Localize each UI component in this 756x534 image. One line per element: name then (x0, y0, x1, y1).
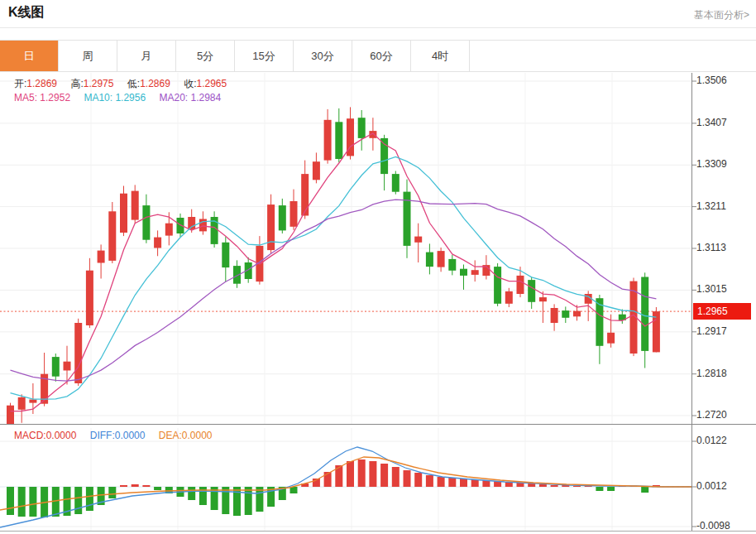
macd-bar[interactable] (369, 461, 376, 487)
ma10-label: MA10: (84, 92, 112, 103)
candle[interactable] (324, 109, 332, 164)
macd-bar[interactable] (471, 479, 479, 487)
candle[interactable] (448, 255, 456, 276)
macd-bar[interactable] (132, 484, 139, 487)
candle[interactable] (641, 272, 648, 368)
candle[interactable] (335, 108, 342, 162)
macd-bar[interactable] (29, 487, 36, 517)
macd-bar[interactable] (460, 479, 467, 487)
candle[interactable] (98, 244, 105, 278)
candle[interactable] (52, 354, 60, 382)
macd-bar[interactable] (142, 485, 150, 487)
macd-bar[interactable] (392, 467, 400, 487)
tab-interval-6[interactable]: 30分 (294, 41, 352, 71)
macd-bar[interactable] (426, 475, 433, 487)
macd-bar[interactable] (290, 487, 298, 493)
macd-bar[interactable] (233, 487, 241, 516)
tab-interval-1[interactable]: 日 (0, 41, 59, 71)
candle[interactable] (18, 394, 26, 423)
candle[interactable] (653, 307, 660, 352)
dea-label: DEA: (159, 430, 182, 441)
close-value: 1.2965 (197, 78, 227, 89)
ma5-value: 1.2952 (40, 92, 70, 103)
axis-tick-label: 1.3015 (696, 283, 727, 295)
candle[interactable] (619, 310, 626, 325)
tab-interval-7[interactable]: 60分 (352, 41, 411, 71)
macd-bar[interactable] (539, 484, 547, 487)
candle[interactable] (86, 258, 93, 328)
candle[interactable] (551, 304, 558, 330)
candle[interactable] (347, 107, 354, 159)
tab-interval-8[interactable]: 4时 (411, 41, 470, 71)
candle[interactable] (74, 319, 82, 386)
macd-bar[interactable] (448, 478, 456, 487)
candle[interactable] (380, 135, 388, 190)
macd-bar[interactable] (108, 487, 116, 498)
ma-legend: MA5: 1.2952 MA10: 1.2956 MA20: 1.2984 (14, 92, 221, 103)
candle[interactable] (494, 263, 501, 306)
candle[interactable] (120, 186, 127, 237)
candle[interactable] (392, 171, 400, 195)
macd-bar[interactable] (438, 477, 445, 487)
ma20-value: 1.2984 (191, 92, 222, 103)
low-value: 1.2869 (140, 78, 170, 89)
macd-bar[interactable] (245, 487, 252, 515)
macd-bar[interactable] (188, 487, 195, 500)
tab-interval-4[interactable]: 5分 (176, 41, 235, 71)
candle[interactable] (154, 230, 161, 256)
macd-bar[interactable] (154, 487, 161, 490)
candle[interactable] (222, 237, 229, 281)
macd-bar[interactable] (380, 464, 388, 487)
candle[interactable] (539, 291, 547, 323)
kline-app: K线图 基本面分析> 日周月5分15分30分60分4时 开:1.2869 高:1… (0, 0, 756, 534)
candle[interactable] (528, 277, 535, 310)
ma5-label: MA5: (14, 92, 37, 103)
tab-interval-5[interactable]: 15分 (235, 41, 294, 71)
macd-bar[interactable] (18, 487, 26, 517)
macd-bar[interactable] (120, 485, 127, 487)
candle[interactable] (279, 199, 286, 233)
macd-bar[interactable] (347, 461, 354, 487)
macd-label: MACD: (14, 430, 46, 441)
candle[interactable] (7, 403, 14, 430)
candle[interactable] (108, 202, 116, 263)
candle[interactable] (460, 265, 467, 290)
macd-value: 0.0000 (46, 430, 77, 441)
candle[interactable] (290, 190, 298, 230)
macd-bar[interactable] (551, 485, 558, 487)
macd-bar[interactable] (607, 487, 615, 491)
tab-interval-2[interactable]: 周 (59, 41, 117, 71)
macd-bar[interactable] (414, 473, 422, 487)
macd-bar[interactable] (86, 487, 93, 511)
candle[interactable] (132, 185, 139, 223)
candle[interactable] (517, 267, 524, 297)
candle[interactable] (313, 152, 320, 183)
axis-label-column: 1.35061.34071.33091.32111.31131.30151.29… (696, 0, 756, 534)
macd-legend: MACD:0.0000 DIFF:0.0000 DEA:0.0000 (14, 430, 212, 441)
candle[interactable] (505, 288, 513, 307)
candle[interactable] (301, 161, 309, 219)
candle[interactable] (267, 195, 275, 254)
axis-tick-label: 0.0012 (696, 480, 727, 492)
close-label: 收: (184, 78, 196, 89)
macd-bar[interactable] (199, 487, 207, 505)
high-value: 1.2975 (84, 78, 114, 89)
candle[interactable] (471, 260, 479, 281)
macd-bar[interactable] (74, 487, 82, 514)
kline-chart-canvas[interactable] (0, 73, 756, 534)
macd-bar[interactable] (641, 487, 648, 493)
macd-bar[interactable] (7, 487, 14, 515)
open-label: 开: (14, 78, 26, 89)
macd-bar[interactable] (528, 483, 535, 487)
candle[interactable] (562, 306, 569, 323)
candle[interactable] (414, 224, 422, 262)
candle[interactable] (482, 255, 490, 279)
tab-interval-3[interactable]: 月 (117, 41, 176, 71)
macd-bar[interactable] (596, 487, 603, 491)
macd-bar[interactable] (358, 459, 366, 487)
macd-bar[interactable] (573, 486, 581, 487)
candle[interactable] (404, 180, 411, 258)
candle[interactable] (358, 110, 366, 151)
macd-bar[interactable] (222, 487, 229, 514)
macd-bar[interactable] (404, 470, 411, 487)
